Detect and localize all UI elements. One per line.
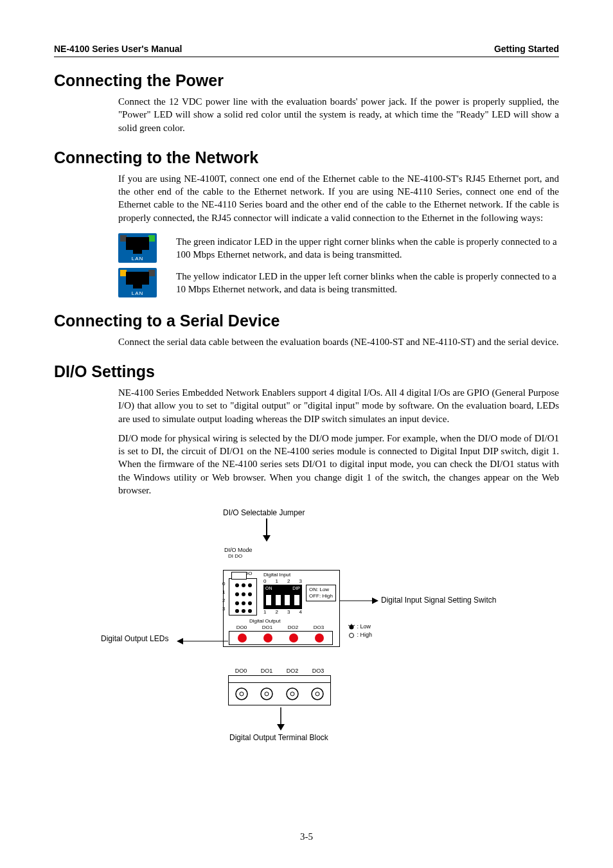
section-connecting-power-title: Connecting the Power: [54, 71, 559, 90]
header-left: NE-4100 Series User's Manual: [54, 44, 182, 54]
svg-marker-15: [177, 638, 183, 644]
svg-line-20: [348, 625, 350, 626]
svg-point-25: [261, 688, 272, 700]
svg-point-3: [242, 583, 245, 587]
svg-marker-1: [263, 535, 271, 542]
svg-point-18: [350, 624, 354, 629]
digital-input-small-label: Digital Input: [263, 572, 290, 578]
dip-bottom-numbers: 1 2 3 4: [263, 609, 302, 615]
svg-point-2: [235, 583, 239, 587]
jumper-row-numbers: 0 1 2 3: [222, 580, 225, 613]
mode-label: DI/O Mode: [224, 547, 253, 553]
svg-point-22: [350, 633, 354, 637]
svg-point-11: [235, 609, 239, 613]
lan-yellow-text: The yellow indicator LED in the upper le…: [176, 270, 559, 296]
svg-point-9: [242, 601, 245, 605]
page-header: NE-4100 Series User's Manual Getting Sta…: [54, 44, 559, 57]
svg-point-28: [290, 692, 294, 696]
svg-point-13: [248, 609, 252, 613]
di-do-vertical-label: DI DO: [228, 553, 242, 559]
svg-point-12: [242, 609, 245, 613]
svg-point-30: [315, 692, 319, 696]
screw-terminal-icon: [260, 687, 274, 701]
svg-point-26: [265, 692, 269, 696]
lan-yellow-row: LAN The yellow indicator LED in the uppe…: [54, 268, 559, 297]
section-dio-body1: NE-4100 Series Embedded Network Enablers…: [54, 386, 559, 425]
led-icon: [263, 633, 272, 642]
dip-top-numbers: 0 1 2 3: [263, 578, 302, 584]
input-switch-label: Digital Input Signal Setting Switch: [381, 596, 496, 605]
arrow-down-icon: [276, 707, 286, 731]
lan-label: LAN: [118, 256, 157, 261]
arrow-left-icon: [177, 637, 228, 645]
empty-led-icon: [348, 632, 355, 639]
dip-dip-label: DIP: [292, 586, 300, 590]
led-icon: [315, 633, 324, 642]
section-dio-title: DI/O Settings: [54, 362, 559, 381]
lan-label: LAN: [118, 290, 157, 296]
screw-terminal-icon: [310, 687, 324, 701]
lan-port-icon: LAN: [118, 268, 157, 297]
terminal-col-labels: DO0 DO1 DO2 DO3: [228, 668, 331, 674]
section-dio-body2: DI/O mode for physical wiring is selecte…: [54, 432, 559, 497]
svg-point-27: [287, 688, 298, 700]
digital-output-small-label: Digital Output: [249, 618, 280, 624]
lan-green-text: The green indicator LED in the upper rig…: [176, 235, 559, 261]
svg-point-4: [248, 583, 252, 587]
output-leds-label: Digital Output LEDs: [101, 634, 168, 643]
dip-switch: ON DIP: [263, 585, 302, 609]
terminal-block-label: Digital Output Terminal Block: [229, 733, 328, 742]
lan-green-row: LAN The green indicator LED in the upper…: [54, 233, 559, 263]
dip-on-label: ON: [265, 586, 272, 590]
svg-marker-17: [372, 598, 378, 604]
svg-marker-32: [277, 724, 285, 731]
section-serial-title: Connecting to a Serial Device: [54, 312, 559, 330]
arrow-down-icon: [262, 518, 272, 542]
screw-terminal-icon: [235, 687, 249, 701]
section-serial-body: Connect the serial data cable between th…: [54, 335, 559, 348]
led-icon: [238, 633, 247, 642]
diagram-jumper-label: DI/O Selectable Jumper: [223, 508, 305, 517]
svg-line-21: [353, 625, 355, 626]
section-connecting-network-body: If you are using NE-4100T, connect one e…: [54, 172, 559, 224]
svg-point-23: [236, 688, 247, 700]
svg-point-6: [242, 592, 245, 596]
led-icon: [289, 633, 298, 642]
svg-point-10: [248, 601, 252, 605]
output-led-col-labels: DO0 DO1 DO2 DO3: [229, 624, 332, 630]
screw-terminal-icon: [285, 687, 299, 701]
section-connecting-network-title: Connecting to the Network: [54, 148, 559, 167]
svg-point-5: [235, 592, 239, 596]
jumper-cap-icon: [231, 572, 247, 580]
dio-diagram: DI/O Selectable Jumper DI DO: [127, 508, 486, 765]
jumper-block: [229, 578, 257, 616]
page-number: 3-5: [0, 831, 613, 842]
lan-port-icon: LAN: [118, 233, 157, 263]
svg-point-29: [312, 688, 323, 700]
led-legend: : Low : High: [348, 623, 372, 639]
section-connecting-power-body: Connect the 12 VDC power line with the e…: [54, 95, 559, 134]
board-box: DI DO 0 1 2 3 ON DIP: [223, 570, 340, 647]
output-led-row: [229, 631, 333, 645]
filled-led-icon: [348, 624, 355, 630]
svg-point-7: [248, 592, 252, 596]
svg-point-24: [240, 692, 244, 696]
header-right: Getting Started: [494, 44, 559, 54]
dip-on-off-legend: ON: Low OFF: High: [306, 585, 336, 601]
arrow-right-icon: [340, 597, 378, 605]
svg-point-8: [235, 601, 239, 605]
terminal-block-group: DO0 DO1 DO2 DO3: [228, 668, 331, 705]
terminal-block-icon: [228, 682, 331, 705]
